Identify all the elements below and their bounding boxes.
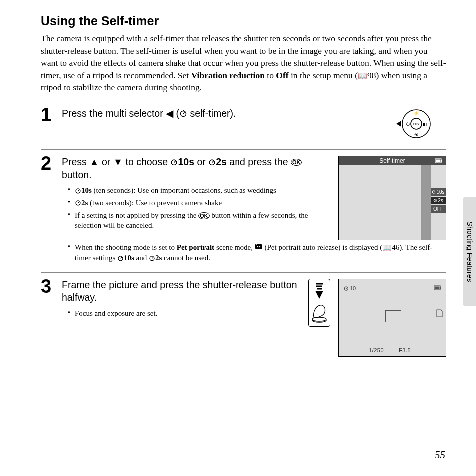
step-number: 3	[41, 277, 62, 357]
option-off: OFF	[431, 205, 446, 213]
svg-text:⏱: ⏱	[406, 122, 410, 127]
battery-icon	[434, 283, 442, 292]
step-2-bullets-wide: When the shooting mode is set to Pet por…	[62, 242, 446, 264]
self-timer-icon	[208, 156, 216, 169]
step-2: 2 Press ▲ or ▼ to choose 10s or 2s and p…	[41, 150, 446, 273]
svg-line-30	[435, 200, 436, 200]
step-2-bullets: 10s (ten seconds): Use on important occa…	[62, 185, 333, 230]
step-2-heading: Press ▲ or ▼ to choose 10s or 2s and pre…	[62, 156, 333, 182]
self-timer-icon	[170, 156, 178, 169]
svg-line-35	[121, 257, 122, 258]
left-arrow-icon: ◀	[166, 108, 173, 119]
self-timer-icon	[75, 198, 81, 208]
battery-icon	[435, 158, 443, 165]
timer-indicator: 10	[344, 285, 356, 291]
list-item: When the shooting mode is set to Pet por…	[68, 242, 446, 264]
svg-text:◧: ◧	[423, 122, 427, 127]
step-number: 1	[41, 105, 62, 142]
step-1-heading: Press the multi selector ◀ ( self-timer)…	[62, 107, 386, 121]
svg-marker-41	[315, 291, 323, 299]
svg-line-45	[346, 288, 347, 289]
svg-text:⚡: ⚡	[413, 110, 420, 116]
svg-rect-25	[441, 160, 442, 162]
svg-line-22	[78, 202, 79, 203]
step-number: 2	[41, 154, 62, 265]
option-10s: 10s	[431, 188, 446, 196]
svg-rect-48	[435, 286, 440, 289]
svg-line-13	[174, 161, 176, 162]
page-title: Using the Self-timer	[41, 14, 446, 28]
page-ref-icon: 📖	[382, 243, 392, 253]
page-ref-icon: 📖	[358, 71, 367, 81]
self-timer-icon	[149, 254, 155, 264]
camera-screen-shooting: 10 1/250 F3.5	[338, 279, 446, 357]
step-1: 1 Press the multi selector ◀ ( self-time…	[41, 101, 446, 150]
steps-list: 1 Press the multi selector ◀ ( self-time…	[41, 101, 446, 364]
option-2s-selected: 2s	[431, 197, 446, 204]
screen-title: Self-timer	[379, 157, 405, 164]
ok-button-icon: OK	[291, 159, 302, 166]
focus-area-box	[385, 310, 401, 322]
list-item: Focus and exposure are set.	[68, 308, 302, 318]
step-3-bullets: Focus and exposure are set.	[62, 308, 302, 318]
svg-line-16	[212, 161, 214, 162]
svg-line-28	[434, 191, 435, 192]
svg-marker-11	[396, 121, 401, 127]
svg-line-1	[183, 112, 185, 114]
svg-text:OK: OK	[413, 122, 419, 126]
aperture: F3.5	[399, 347, 411, 353]
svg-line-37	[152, 257, 153, 258]
up-arrow-icon: ▲	[89, 156, 99, 167]
list-item: If a setting is not applied by pressing …	[68, 210, 333, 231]
memory-card-icon	[436, 309, 443, 319]
shutter-speed: 1/250	[369, 347, 384, 353]
section-tab: Shooting Features	[463, 197, 476, 306]
page-number: 55	[435, 449, 445, 461]
self-timer-icon	[75, 186, 81, 196]
svg-rect-26	[436, 159, 441, 162]
list-item: 2s (two seconds): Use to prevent camera …	[68, 198, 333, 209]
down-arrow-icon: ▼	[113, 156, 123, 167]
svg-rect-47	[440, 287, 441, 289]
camera-screen-self-timer: Self-timer 10s 2s OFF	[338, 156, 446, 240]
finger-press-icon	[311, 303, 328, 323]
step-3: 3 Frame the picture and press the shutte…	[41, 273, 446, 364]
svg-point-43	[312, 317, 326, 321]
ok-button-icon: OK	[198, 212, 210, 219]
svg-line-19	[78, 190, 79, 191]
svg-text:❀: ❀	[414, 132, 418, 137]
down-arrow-half-icon	[314, 282, 325, 300]
self-timer-icon	[117, 254, 124, 264]
half-press-diagram	[308, 279, 330, 327]
svg-point-32	[257, 246, 258, 247]
step-3-heading: Frame the picture and press the shutter-…	[62, 279, 302, 304]
list-item: 10s (ten seconds): Use on important occa…	[68, 185, 333, 196]
multi-selector-diagram: OK ⚡ ❀ ⏱ ◧	[386, 107, 436, 140]
intro-paragraph: The camera is equipped with a self-timer…	[41, 32, 446, 94]
pet-portrait-icon	[255, 243, 263, 251]
self-timer-icon	[179, 108, 187, 120]
svg-point-33	[259, 246, 260, 247]
